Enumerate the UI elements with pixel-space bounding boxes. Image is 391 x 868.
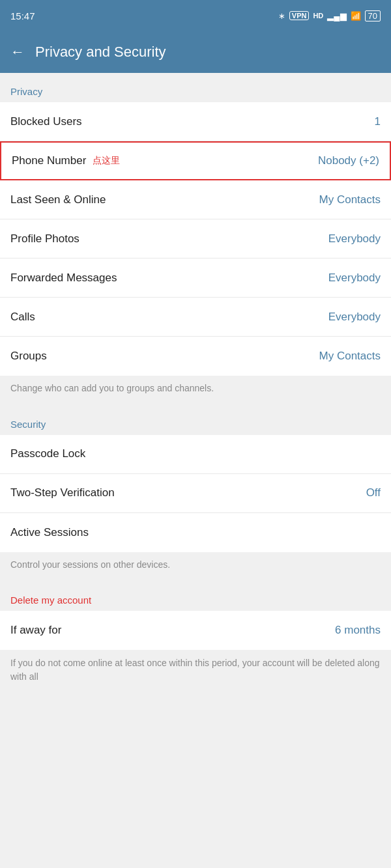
blocked-users-item[interactable]: Blocked Users 1: [0, 102, 391, 141]
phone-number-value: Nobody (+2): [318, 154, 379, 167]
bluetooth-icon: ∗: [278, 11, 285, 21]
click-here-hint: 点这里: [93, 155, 120, 167]
privacy-section-header: Privacy: [0, 73, 391, 102]
status-time: 15:47: [10, 10, 35, 21]
active-sessions-label: Active Sessions: [10, 526, 89, 539]
delete-account-section-header: Delete my account: [0, 581, 391, 611]
profile-photos-label: Profile Photos: [10, 232, 80, 245]
blocked-users-label: Blocked Users: [10, 115, 82, 128]
calls-item[interactable]: Calls Everybody: [0, 298, 391, 337]
security-settings-group: Passcode Lock Two-Step Verification Off …: [0, 435, 391, 552]
status-icons: ∗ VPN HD ▂▄▆ 📶 70: [278, 10, 381, 21]
forwarded-messages-value: Everybody: [328, 272, 381, 285]
vpn-badge: VPN: [289, 11, 310, 20]
away-for-label: If away for: [10, 624, 61, 637]
signal-icon: ▂▄▆: [327, 11, 346, 21]
phone-number-item[interactable]: Phone Number 点这里 Nobody (+2): [0, 141, 391, 180]
forwarded-messages-label: Forwarded Messages: [10, 272, 117, 285]
wifi-icon: 📶: [351, 11, 361, 21]
phone-number-label-wrapper: Phone Number 点这里: [12, 154, 120, 167]
app-header: ← Privacy and Security: [0, 31, 391, 73]
forwarded-messages-item[interactable]: Forwarded Messages Everybody: [0, 259, 391, 298]
groups-value: My Contacts: [319, 350, 381, 363]
hd-icon: HD: [313, 12, 323, 20]
privacy-settings-group: Blocked Users 1 Phone Number 点这里 Nobody …: [0, 102, 391, 376]
blocked-users-value: 1: [375, 115, 381, 128]
calls-label: Calls: [10, 311, 35, 324]
delete-account-description: If you do not come online at least once …: [0, 650, 391, 694]
groups-description: Change who can add you to groups and cha…: [0, 376, 391, 406]
active-sessions-item[interactable]: Active Sessions: [0, 513, 391, 552]
two-step-item[interactable]: Two-Step Verification Off: [0, 474, 391, 513]
groups-label: Groups: [10, 350, 47, 363]
back-button[interactable]: ←: [10, 44, 25, 61]
last-seen-label: Last Seen & Online: [10, 193, 106, 206]
away-for-value: 6 months: [335, 624, 381, 637]
two-step-label: Two-Step Verification: [10, 486, 115, 499]
passcode-lock-label: Passcode Lock: [10, 447, 85, 460]
status-bar: 15:47 ∗ VPN HD ▂▄▆ 📶 70: [0, 0, 391, 31]
passcode-lock-item[interactable]: Passcode Lock: [0, 435, 391, 474]
away-for-item[interactable]: If away for 6 months: [0, 611, 391, 650]
last-seen-value: My Contacts: [319, 193, 381, 206]
delete-account-settings-group: If away for 6 months: [0, 611, 391, 650]
battery-icon: 70: [365, 10, 381, 21]
last-seen-item[interactable]: Last Seen & Online My Contacts: [0, 180, 391, 219]
sessions-description: Control your sessions on other devices.: [0, 552, 391, 582]
profile-photos-item[interactable]: Profile Photos Everybody: [0, 219, 391, 259]
two-step-value: Off: [366, 486, 381, 499]
settings-content: Privacy Blocked Users 1 Phone Number 点这里…: [0, 73, 391, 694]
groups-item[interactable]: Groups My Contacts: [0, 337, 391, 376]
calls-value: Everybody: [328, 311, 381, 324]
security-section-header: Security: [0, 406, 391, 435]
phone-number-label: Phone Number: [12, 154, 86, 167]
profile-photos-value: Everybody: [328, 232, 381, 245]
page-title: Privacy and Security: [35, 44, 166, 61]
